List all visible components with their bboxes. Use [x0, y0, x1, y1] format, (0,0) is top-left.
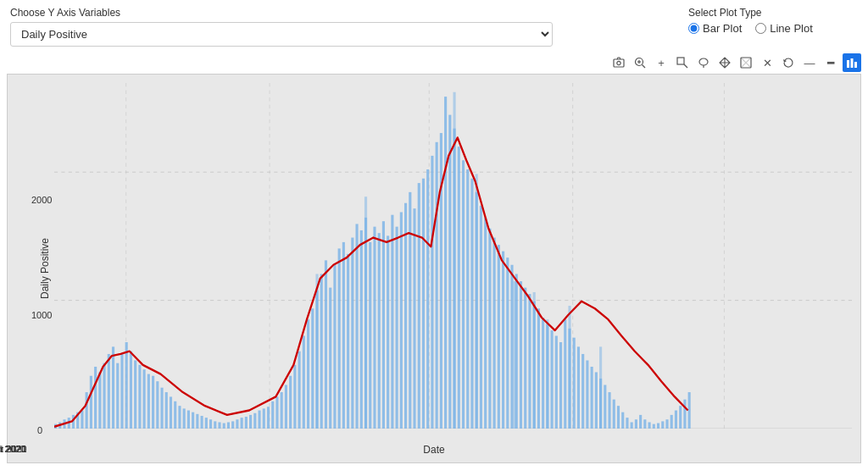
svg-rect-59	[218, 422, 220, 429]
svg-rect-80	[311, 308, 314, 429]
camera-icon[interactable]	[609, 53, 628, 72]
lasso-icon[interactable]	[694, 53, 713, 72]
reset-icon[interactable]	[779, 53, 798, 72]
svg-rect-35	[112, 346, 114, 429]
svg-rect-114	[462, 160, 465, 429]
svg-rect-158	[657, 423, 659, 429]
svg-rect-107	[431, 156, 433, 429]
svg-rect-146	[604, 385, 606, 429]
line-thick-icon[interactable]: ━	[821, 53, 840, 72]
svg-rect-57	[209, 419, 212, 429]
svg-rect-142	[586, 360, 588, 429]
svg-rect-157	[653, 424, 655, 429]
zoom-icon[interactable]	[737, 53, 755, 72]
svg-rect-91	[360, 230, 363, 429]
svg-rect-58	[214, 421, 216, 429]
svg-rect-159	[661, 421, 664, 429]
y-axis-section: Choose Y Axis Variables Daily Positive	[10, 7, 671, 47]
svg-rect-165	[688, 392, 691, 429]
svg-rect-129	[528, 294, 531, 429]
svg-rect-171	[568, 306, 570, 429]
svg-rect-116	[470, 179, 473, 429]
svg-rect-74	[285, 385, 287, 429]
svg-rect-89	[351, 238, 353, 429]
svg-rect-63	[236, 419, 238, 429]
svg-rect-83	[325, 260, 327, 429]
svg-rect-45	[156, 381, 159, 429]
svg-rect-73	[281, 392, 283, 429]
svg-rect-136	[559, 342, 562, 429]
svg-rect-56	[205, 418, 208, 429]
crosshair-icon[interactable]: +	[652, 53, 670, 72]
svg-rect-60	[223, 423, 225, 429]
svg-rect-52	[187, 411, 190, 429]
svg-rect-100	[400, 212, 403, 429]
svg-rect-29	[86, 392, 88, 429]
bar-plot-option[interactable]: Bar Plot	[688, 22, 742, 35]
y-axis-title: Daily Positive	[39, 238, 51, 299]
svg-rect-148	[613, 400, 615, 429]
svg-line-7	[684, 64, 687, 68]
svg-rect-144	[595, 372, 598, 429]
svg-rect-167	[364, 196, 367, 429]
zoom-in-icon[interactable]	[631, 53, 649, 72]
svg-rect-166	[315, 274, 318, 429]
line-plot-option[interactable]: Line Plot	[755, 22, 813, 35]
svg-rect-61	[227, 422, 230, 429]
svg-rect-150	[621, 412, 624, 429]
svg-rect-93	[369, 242, 371, 429]
svg-rect-66	[249, 415, 252, 429]
select-icon[interactable]: ✕	[758, 53, 776, 72]
svg-rect-82	[320, 274, 323, 429]
svg-rect-37	[120, 354, 123, 429]
svg-rect-119	[484, 218, 487, 429]
x-axis-title: Date	[423, 444, 444, 456]
svg-rect-86	[338, 248, 341, 429]
svg-rect-104	[418, 183, 420, 429]
svg-rect-96	[382, 221, 385, 429]
svg-rect-11	[847, 60, 849, 68]
svg-rect-69	[263, 408, 265, 429]
svg-rect-123	[502, 252, 504, 429]
svg-rect-30	[90, 376, 92, 429]
svg-rect-0	[614, 59, 624, 67]
svg-rect-76	[293, 365, 296, 429]
svg-rect-13	[854, 62, 857, 68]
svg-rect-156	[648, 422, 651, 429]
svg-rect-141	[581, 354, 584, 429]
svg-rect-153	[635, 419, 637, 429]
svg-rect-75	[289, 376, 292, 429]
plot-type-section: Select Plot Type Bar Plot Line Plot	[688, 7, 858, 35]
pan-icon[interactable]	[715, 53, 734, 72]
svg-rect-88	[347, 254, 349, 429]
svg-rect-105	[422, 179, 425, 429]
zoom-box-icon[interactable]	[673, 53, 692, 72]
svg-rect-170	[533, 292, 536, 429]
svg-rect-62	[231, 421, 234, 429]
svg-rect-155	[643, 419, 646, 429]
toolbar: + ✕ — ━	[0, 52, 868, 74]
svg-rect-160	[665, 419, 668, 429]
svg-rect-174	[514, 281, 516, 429]
svg-rect-143	[591, 367, 593, 429]
line-thin-icon[interactable]: —	[800, 53, 819, 72]
svg-rect-127	[520, 281, 522, 429]
svg-rect-32	[98, 372, 101, 429]
svg-rect-33	[103, 363, 106, 429]
svg-rect-121	[493, 238, 496, 429]
svg-rect-79	[307, 319, 309, 429]
x-tick-apr2021: Apr 2021	[0, 444, 26, 454]
svg-rect-31	[94, 367, 97, 429]
svg-rect-162	[675, 411, 677, 429]
svg-rect-102	[409, 192, 411, 429]
y-axis-select[interactable]: Daily Positive	[10, 22, 553, 47]
bar-chart-icon[interactable]	[843, 53, 861, 72]
chart-canvas[interactable]	[54, 83, 852, 429]
svg-rect-134	[551, 330, 554, 429]
svg-rect-172	[599, 346, 602, 429]
chart-area: Daily Positive 0 1000 2000 Apr 2020 Jul …	[7, 74, 861, 463]
y-axis-section-label: Choose Y Axis Variables	[10, 7, 671, 19]
svg-rect-39	[130, 351, 132, 429]
svg-rect-54	[196, 414, 198, 429]
svg-rect-51	[183, 408, 186, 429]
